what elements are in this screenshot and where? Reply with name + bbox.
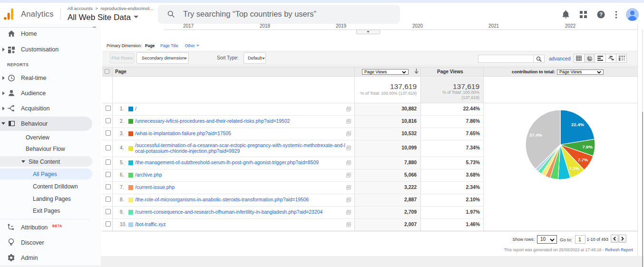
svg-text:?: ? xyxy=(599,11,603,17)
svg-text:22.4%: 22.4% xyxy=(571,122,584,127)
svg-text:37.4%: 37.4% xyxy=(529,132,542,138)
svg-text:7.9%: 7.9% xyxy=(582,144,593,149)
svg-text:7.7%: 7.7% xyxy=(578,157,588,162)
svg-text:7.3%: 7.3% xyxy=(569,166,579,171)
